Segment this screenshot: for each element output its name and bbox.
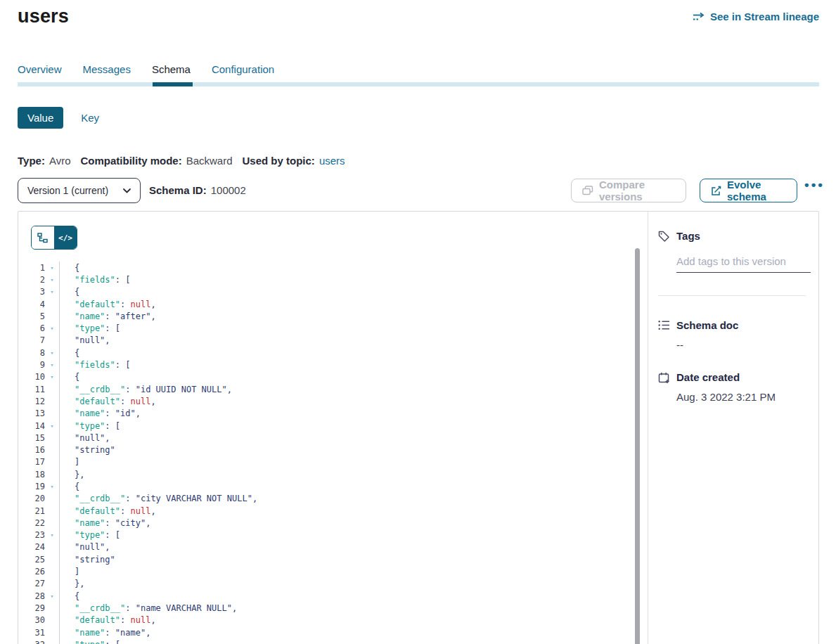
code-line: 24 "null", — [18, 541, 648, 553]
code-line-text: "string" — [59, 444, 115, 456]
code-line-text: "fields": [ — [59, 359, 130, 371]
code-line-text: "__crdb__": "name VARCHAR NULL", — [59, 602, 237, 614]
evolve-schema-button[interactable]: Evolve schema — [700, 179, 797, 202]
line-number: 24 — [18, 542, 45, 552]
value-toggle-button[interactable]: Value — [18, 107, 63, 129]
code-line: 3▾ { — [18, 286, 648, 298]
fold-toggle-icon[interactable]: ▾ — [45, 349, 59, 356]
code-line-text: "__crdb__": "id UUID NOT NULL", — [59, 383, 232, 395]
code-line-text: ] — [59, 456, 79, 468]
code-line-text: { — [59, 480, 79, 492]
calendar-plus-icon — [658, 372, 670, 403]
schema-id: Schema ID: 100002 — [149, 184, 246, 196]
line-number: 23 — [18, 530, 45, 540]
fold-toggle-icon[interactable]: ▾ — [45, 483, 59, 490]
tab-schema[interactable]: Schema — [152, 63, 191, 81]
line-number: 10 — [18, 372, 45, 382]
code-view-button[interactable]: </> — [54, 226, 77, 249]
code-line: 21 "default": null, — [18, 505, 648, 517]
code-line: 15 "null", — [18, 432, 648, 444]
chevron-down-icon — [123, 188, 131, 193]
tree-view-button[interactable] — [32, 226, 54, 249]
line-number: 5 — [18, 311, 45, 321]
editor-scrollbar[interactable] — [635, 248, 640, 644]
code-line: 27 }, — [18, 578, 648, 590]
line-number: 14 — [18, 421, 45, 431]
line-number: 26 — [18, 567, 45, 577]
version-select[interactable]: Version 1 (current) — [18, 178, 141, 203]
line-number: 15 — [18, 433, 45, 443]
code-line-text: }, — [59, 468, 84, 480]
fold-toggle-icon[interactable]: ▾ — [45, 641, 59, 644]
code-line-text: "default": null, — [59, 505, 156, 517]
code-line: 26 ] — [18, 565, 648, 577]
code-line: 18 }, — [18, 468, 648, 480]
code-line: 28▾ { — [18, 590, 648, 602]
line-number: 27 — [18, 579, 45, 588]
date-created-section: Date created Aug. 3 2022 3:21 PM — [658, 371, 805, 403]
code-line: 19▾ { — [18, 480, 648, 492]
fold-toggle-icon[interactable]: ▾ — [45, 276, 59, 283]
schema-page: users See in Stream lineage Overview Mes… — [0, 0, 836, 644]
used-by-topic-link[interactable]: users — [319, 155, 345, 167]
key-toggle-link[interactable]: Key — [81, 112, 99, 124]
fold-toggle-icon[interactable]: ▾ — [45, 288, 59, 295]
sidebar-divider — [658, 295, 806, 296]
line-number: 28 — [18, 591, 45, 601]
line-number: 7 — [18, 335, 45, 345]
code-line: 22 "name": "city", — [18, 517, 648, 529]
code-line-text: "string" — [59, 553, 115, 565]
code-line-text: { — [59, 347, 79, 359]
code-line-text: "default": null, — [59, 298, 156, 310]
code-line: 14▾ "type": [ — [18, 420, 648, 432]
fold-toggle-icon[interactable]: ▾ — [45, 325, 59, 332]
schema-code-editor[interactable]: 1▾{2▾ "fields": [3▾ {4 "default": null,5… — [18, 262, 648, 644]
schema-id-label: Schema ID: — [149, 184, 207, 196]
compare-versions-button[interactable]: Compare versions — [571, 179, 686, 202]
code-line-text: "type": [ — [59, 529, 120, 541]
code-line-text: "__crdb__": "city VARCHAR NOT NULL", — [59, 493, 257, 505]
fold-toggle-icon[interactable]: ▾ — [45, 423, 59, 430]
tab-underline-active — [153, 82, 193, 86]
schema-id-value: 100002 — [211, 184, 246, 196]
page-title: users — [18, 6, 69, 27]
line-number: 25 — [18, 555, 45, 565]
code-line-text: { — [59, 286, 79, 298]
line-number: 30 — [18, 615, 45, 625]
schema-doc-value: -- — [676, 339, 738, 351]
code-line-text: "type": [ — [59, 322, 120, 334]
tags-input[interactable] — [676, 253, 811, 273]
editor-view-toggle: </> — [31, 226, 77, 250]
line-number: 3 — [18, 287, 45, 297]
code-line: 20 "__crdb__": "city VARCHAR NOT NULL", — [18, 493, 648, 505]
tab-messages[interactable]: Messages — [83, 63, 131, 81]
line-number: 31 — [18, 628, 45, 638]
tab-configuration[interactable]: Configuration — [212, 63, 274, 81]
code-line: 10▾ { — [18, 371, 648, 383]
more-options-button[interactable]: ••• — [804, 177, 825, 193]
fold-toggle-icon[interactable]: ▾ — [45, 532, 59, 539]
line-number: 4 — [18, 300, 45, 309]
line-number: 6 — [18, 323, 45, 333]
code-line-text: "default": null, — [59, 395, 156, 407]
evolve-schema-icon — [711, 186, 721, 196]
used-by-topic-label: Used by topic: — [243, 155, 315, 167]
line-number: 12 — [18, 397, 45, 406]
fold-toggle-icon[interactable]: ▾ — [45, 373, 59, 380]
value-key-toggle: Value Key — [18, 107, 99, 129]
fold-toggle-icon[interactable]: ▾ — [45, 593, 59, 600]
schema-meta-row: Type: Avro Compatibility mode: Backward … — [18, 155, 345, 167]
code-line-text: "name": "id", — [59, 408, 141, 420]
code-line-text: }, — [59, 578, 84, 590]
fold-toggle-icon[interactable]: ▾ — [45, 264, 59, 271]
line-number: 9 — [18, 360, 45, 370]
see-in-stream-lineage-link[interactable]: See in Stream lineage — [692, 11, 819, 22]
line-number: 8 — [18, 348, 45, 358]
code-line: 12 "default": null, — [18, 395, 648, 407]
tab-overview[interactable]: Overview — [18, 63, 62, 81]
fold-toggle-icon[interactable]: ▾ — [45, 361, 59, 368]
code-line-text: "default": null, — [59, 614, 156, 626]
code-line-text: "null", — [59, 335, 110, 347]
type-label: Type: — [18, 155, 45, 167]
code-line: 29 "__crdb__": "name VARCHAR NULL", — [18, 602, 648, 614]
